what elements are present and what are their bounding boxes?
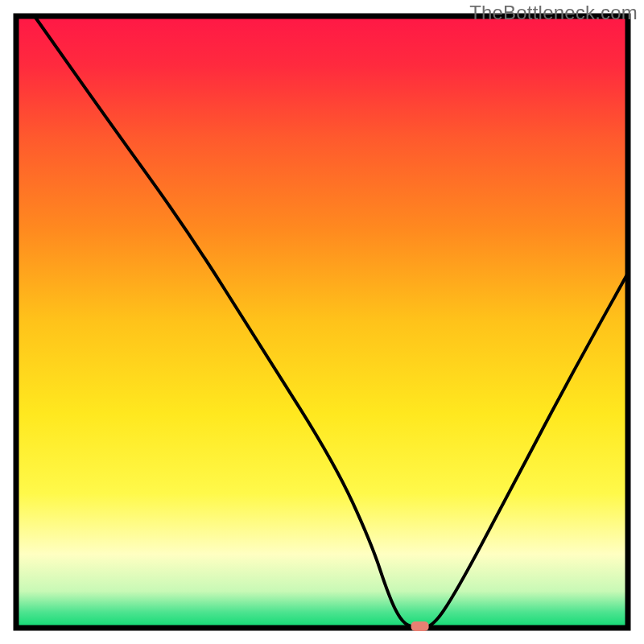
- optimal-point-marker: [411, 621, 429, 631]
- bottleneck-chart: TheBottleneck.com: [0, 0, 644, 644]
- plot-background: [16, 16, 628, 628]
- chart-canvas: [0, 0, 644, 644]
- watermark-text: TheBottleneck.com: [469, 2, 638, 24]
